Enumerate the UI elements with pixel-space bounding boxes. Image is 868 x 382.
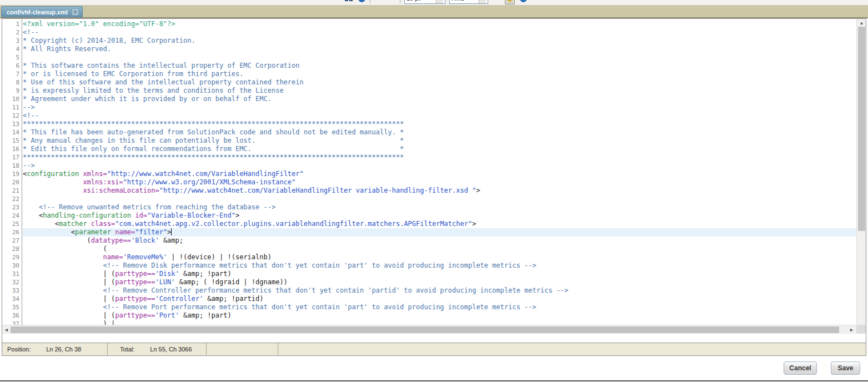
code-line-27[interactable]: (datatype=='Block' &amp; xyxy=(23,237,856,245)
line-number: 28 xyxy=(2,245,22,253)
scroll-left-icon[interactable]: ◄ xyxy=(4,327,9,333)
highlight-toggle-button[interactable]: ◆ xyxy=(505,0,515,4)
code-line-14[interactable]: * This file has been auto-generated from… xyxy=(23,128,856,137)
code-line-34[interactable]: | (parttype=='Controller' &amp; !partid) xyxy=(23,295,856,303)
status-bar: Position: Ln 26, Ch 38 Total: Ln 55, Ch … xyxy=(2,343,866,355)
code-line-24[interactable]: <handling-configuration id="Variable-Blo… xyxy=(23,212,856,220)
code-lines[interactable]: <?xml version="1.0" encoding="UTF-8"?><!… xyxy=(23,19,856,334)
tab-strip: conf/vhf-cleanup.xml × xyxy=(0,6,868,18)
line-number: 12 xyxy=(2,112,22,120)
line-number: 25 xyxy=(2,220,22,228)
redo-icon[interactable]: ↷ xyxy=(387,0,396,3)
code-line-9[interactable]: * is expressly limited to the terms and … xyxy=(23,87,856,95)
code-line-21[interactable]: xsi:schemaLocation="http://www.watch4net… xyxy=(23,187,856,195)
line-number: 10 xyxy=(2,95,22,103)
highlight-icon: ◆ xyxy=(507,0,513,3)
line-number: 11 xyxy=(2,103,22,112)
code-line-22[interactable] xyxy=(23,195,856,203)
code-line-6[interactable]: * This software contains the intellectua… xyxy=(23,62,856,70)
line-number: 22 xyxy=(2,195,22,203)
text-cursor xyxy=(171,228,172,235)
code-line-10[interactable]: * Agreement under which it is provided b… xyxy=(23,95,856,103)
code-line-33[interactable]: <!-- Remove Controller performance metri… xyxy=(23,286,856,295)
vertical-scrollbar[interactable]: ▲ ▼ xyxy=(856,19,866,334)
chevron-down-icon: ▼ xyxy=(436,0,443,3)
code-line-30[interactable]: <!-- Remove Disk performance metrics tha… xyxy=(23,262,856,270)
file-tab-label: conf/vhf-cleanup.xml xyxy=(7,9,68,16)
code-line-5[interactable] xyxy=(23,53,856,62)
scroll-right-icon[interactable]: ► xyxy=(849,327,854,333)
line-number: 31 xyxy=(2,270,22,278)
code-line-32[interactable]: | (parttype=='LUN' &amp; ( !dgraid | !dg… xyxy=(23,278,856,286)
undo-icon[interactable]: ↶ xyxy=(374,0,383,3)
line-number: 19 xyxy=(2,170,22,178)
font-size-select[interactable]: 10 pt ▼ xyxy=(404,0,445,4)
code-line-17[interactable]: ****************************************… xyxy=(23,153,856,162)
code-line-19[interactable]: <configuration xmlns="http://www.watch4n… xyxy=(23,170,856,178)
code-line-3[interactable]: * Copyright (c) 2014-2018, EMC Corporati… xyxy=(23,37,856,45)
code-line-13[interactable]: ****************************************… xyxy=(23,120,856,128)
code-line-36[interactable]: | (parttype=='Port' &amp; !part) xyxy=(23,311,856,320)
tab-close-icon[interactable]: × xyxy=(72,8,79,16)
code-line-20[interactable]: xmlns:xsi="http://www.w3.org/2001/XMLSch… xyxy=(23,178,856,187)
file-editor-screen: → ↶ ↷ 10 pt ▼ XML ▼ ↪ ◆ ? conf/vhf-clean… xyxy=(0,0,868,382)
smooth-selection-icon[interactable]: ↪ xyxy=(492,0,501,3)
line-number: 5 xyxy=(2,53,22,62)
line-number: 1 xyxy=(2,20,22,28)
line-number: 33 xyxy=(2,286,22,295)
code-line-29[interactable]: name='RemoveMe%' | !(device) | !(serialn… xyxy=(23,253,856,262)
search-icon[interactable] xyxy=(344,0,353,3)
code-line-28[interactable]: ( xyxy=(23,245,856,253)
line-number: 2 xyxy=(2,28,22,37)
position-label: Position: xyxy=(7,346,31,353)
code-line-15[interactable]: * Any manual changes in this file can po… xyxy=(23,137,856,145)
code-line-11[interactable]: --> xyxy=(23,103,856,112)
line-number: 13 xyxy=(2,120,22,128)
code-line-25[interactable]: <matcher class="com.watch4net.apg.v2.col… xyxy=(23,220,856,228)
code-line-26[interactable]: <parameter name="filter"> xyxy=(23,228,856,237)
scrollbar-corner xyxy=(856,325,866,334)
code-line-16[interactable]: * Edit this file only on formal recommen… xyxy=(23,145,856,153)
line-number: 27 xyxy=(2,237,22,245)
cancel-button[interactable]: Cancel xyxy=(784,361,817,375)
go-to-line-icon[interactable]: → xyxy=(357,0,366,3)
line-number: 4 xyxy=(2,45,22,53)
toolbar-separator xyxy=(400,0,400,3)
line-number: 20 xyxy=(2,178,22,187)
code-region[interactable]: 1234567891011121314151617181920212223242… xyxy=(2,19,866,334)
code-line-18[interactable]: --> xyxy=(23,162,856,170)
code-line-8[interactable]: * Use of this software and the intellect… xyxy=(23,78,856,87)
code-line-23[interactable]: <!-- Remove unwanted metrics from reachi… xyxy=(23,203,856,212)
code-line-2[interactable]: <!-- xyxy=(23,28,856,37)
code-line-35[interactable]: <!-- Remove Port performance metrics tha… xyxy=(23,303,856,311)
horizontal-scroll-thumb[interactable] xyxy=(11,326,839,333)
syntax-value: XML xyxy=(451,0,464,2)
position-value: Ln 26, Ch 38 xyxy=(46,346,81,353)
font-size-value: 10 pt xyxy=(407,0,420,2)
code-line-4[interactable]: * All Rights Reserved. xyxy=(23,45,856,53)
bottom-divider xyxy=(0,380,868,381)
line-number: 34 xyxy=(2,295,22,303)
syntax-select[interactable]: XML ▼ xyxy=(449,0,488,4)
scroll-up-icon[interactable]: ▲ xyxy=(857,21,866,26)
toolbar-separator xyxy=(370,0,370,3)
total-value: Ln 55, Ch 3066 xyxy=(150,346,192,353)
file-tab[interactable]: conf/vhf-cleanup.xml × xyxy=(1,6,83,17)
line-number: 7 xyxy=(2,70,22,78)
code-editor: 1234567891011121314151617181920212223242… xyxy=(2,18,866,356)
line-number: 6 xyxy=(2,62,22,70)
line-number: 32 xyxy=(2,278,22,286)
save-button[interactable]: Save xyxy=(831,361,860,375)
line-number: 16 xyxy=(2,145,22,153)
horizontal-scrollbar[interactable]: ◄ ► xyxy=(2,325,856,334)
code-line-7[interactable]: * or is licensed to EMC Corporation from… xyxy=(23,70,856,78)
code-line-1[interactable]: <?xml version="1.0" encoding="UTF-8"?> xyxy=(23,20,856,28)
line-number: 36 xyxy=(2,311,22,320)
help-icon[interactable]: ? xyxy=(519,0,528,3)
line-number: 24 xyxy=(2,212,22,220)
code-line-12[interactable]: <!-- xyxy=(23,112,856,120)
vertical-scroll-thumb[interactable] xyxy=(858,27,865,231)
code-line-31[interactable]: | (parttype=='Disk' &amp; !part) xyxy=(23,270,856,278)
line-number: 30 xyxy=(2,262,22,270)
line-number: 9 xyxy=(2,87,22,95)
